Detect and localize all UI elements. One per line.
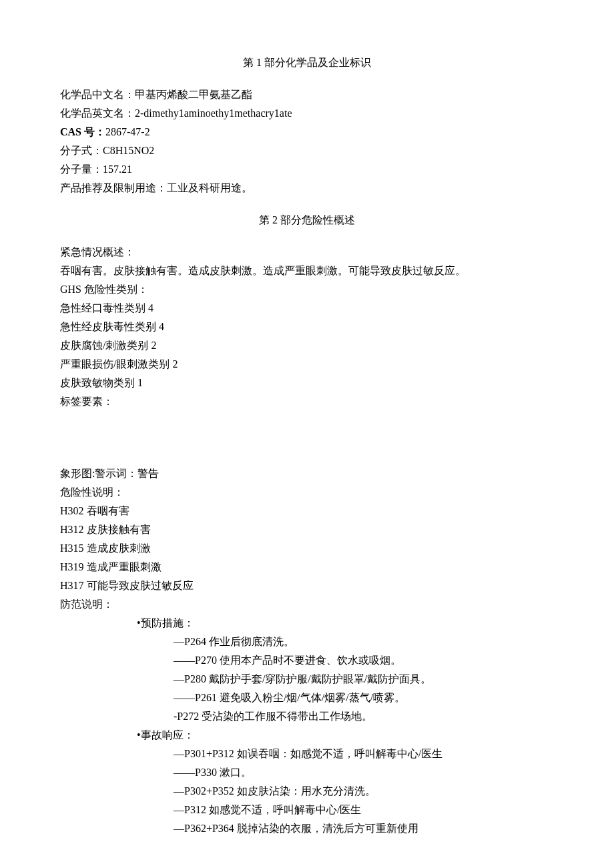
label: 化学品英文名：	[60, 107, 135, 119]
pictogram-space	[60, 411, 554, 464]
hazard-item: H319 造成严重眼刺激	[60, 558, 554, 576]
section1-body: 化学品中文名：甲基丙烯酸二甲氨基乙酯 化学品英文名：2-dimethy1amin…	[60, 85, 554, 197]
hazard-item: H317 可能导致皮肤过敏反应	[60, 576, 554, 595]
label: 产品推荐及限制用途：	[60, 182, 167, 193]
response-label: •事故响应：	[60, 726, 554, 745]
ghs-item: 急性经口毒性类别 4	[60, 299, 554, 318]
label: 分子量：	[60, 163, 103, 175]
field-name-cn: 化学品中文名：甲基丙烯酸二甲氨基乙酯	[60, 85, 554, 104]
field-formula: 分子式：C8H15NO2	[60, 141, 554, 160]
emergency-label: 紧急情况概述：	[60, 243, 554, 262]
response-item: —P362+P364 脱掉沾染的衣服，清洗后方可重新使用	[60, 819, 554, 838]
ghs-item: 皮肤致敏物类别 1	[60, 374, 554, 392]
section2-body: 紧急情况概述： 吞咽有害。皮肤接触有害。造成皮肤刺激。造成严重眼刺激。可能导致皮…	[60, 243, 554, 838]
prevention-item: ——P261 避免吸入粉尘/烟/气体/烟雾/蒸气/喷雾。	[60, 689, 554, 707]
label: CAS 号：	[60, 126, 105, 137]
hazard-item: H315 造成皮肤刺激	[60, 539, 554, 558]
response-item: —P312 如感觉不适，呼叫解毒中心/医生	[60, 801, 554, 819]
hazard-item: H312 皮肤接触有害	[60, 520, 554, 539]
field-use: 产品推荐及限制用途：工业及科研用途。	[60, 179, 554, 197]
response-item: —P302+P352 如皮肤沾染：用水充分清洗。	[60, 782, 554, 801]
hazard-label: 危险性说明：	[60, 483, 554, 502]
pictogram-line: 象形图:警示词：警告	[60, 464, 554, 483]
ghs-item: 皮肤腐蚀/刺激类别 2	[60, 336, 554, 355]
ghs-item: 急性经皮肤毒性类别 4	[60, 318, 554, 336]
precaution-label: 防范说明：	[60, 595, 554, 614]
value: 157.21	[103, 163, 132, 175]
label: 化学品中文名：	[60, 89, 135, 100]
prevention-item: ——P270 使用本产品时不要进食、饮水或吸烟。	[60, 651, 554, 670]
label-elements: 标签要素：	[60, 392, 554, 411]
field-name-en: 化学品英文名：2-dimethy1aminoethy1methacry1ate	[60, 104, 554, 123]
prevention-item: —P280 戴防护手套/穿防护服/戴防护眼罩/戴防护面具。	[60, 670, 554, 689]
prevention-item: -P272 受沾染的工作服不得带出工作场地。	[60, 707, 554, 726]
field-mw: 分子量：157.21	[60, 160, 554, 179]
value: 甲基丙烯酸二甲氨基乙酯	[135, 89, 252, 100]
emergency-text: 吞咽有害。皮肤接触有害。造成皮肤刺激。造成严重眼刺激。可能导致皮肤过敏反应。	[60, 262, 554, 280]
value: C8H15NO2	[103, 145, 154, 156]
value: 2-dimethy1aminoethy1methacry1ate	[135, 107, 292, 119]
section1-title: 第 1 部分化学品及企业标识	[60, 53, 554, 72]
label: 分子式：	[60, 145, 103, 156]
response-item: ——P330 漱口。	[60, 763, 554, 782]
ghs-item: 严重眼损伤/眼刺激类别 2	[60, 355, 554, 374]
prevention-item: —P264 作业后彻底清洗。	[60, 632, 554, 651]
prevention-label: •预防措施：	[60, 614, 554, 632]
response-item: —P301+P312 如误吞咽：如感觉不适，呼叫解毒中心/医生	[60, 745, 554, 763]
section2-title: 第 2 部分危险性概述	[60, 211, 554, 230]
value: 2867-47-2	[105, 126, 150, 137]
hazard-item: H302 吞咽有害	[60, 502, 554, 520]
value: 工业及科研用途。	[167, 182, 252, 193]
field-cas: CAS 号：2867-47-2	[60, 123, 554, 141]
ghs-label: GHS 危险性类别：	[60, 280, 554, 299]
